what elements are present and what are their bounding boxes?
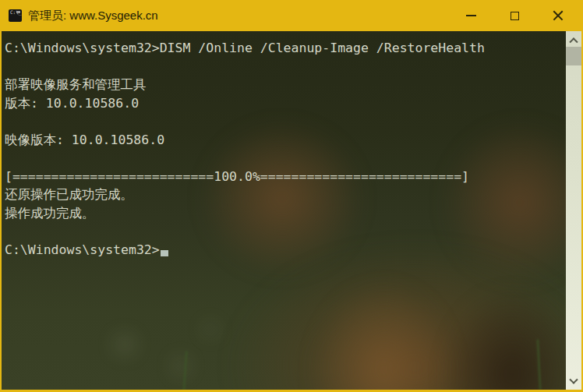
scrollbar-down-button[interactable] (566, 375, 581, 388)
console-line-restore-success: 还原操作已成功完成。 (5, 185, 563, 204)
window-title: 管理员: www.Sysgeek.cn (28, 9, 158, 23)
chevron-up-icon (569, 37, 578, 46)
console-line-image-version: 映像版本: 10.0.10586.0 (5, 131, 563, 150)
command-prompt-window: C:\_ 管理员: www.Sysgeek.cn (0, 0, 583, 392)
console-line-blank (5, 149, 563, 168)
close-button[interactable] (536, 0, 580, 31)
console-output[interactable]: C:\Windows\system32>DISM /Online /Cleanu… (5, 39, 563, 390)
console-prompt-text: C:\Windows\system32> (5, 241, 160, 260)
caption-buttons (449, 0, 580, 31)
title-bar[interactable]: C:\_ 管理员: www.Sysgeek.cn (0, 0, 583, 31)
console-line-blank (5, 222, 563, 241)
console-line-command: C:\Windows\system32>DISM /Online /Cleanu… (5, 39, 563, 58)
vertical-scrollbar[interactable] (566, 31, 581, 390)
console-line-tool-name: 部署映像服务和管理工具 (5, 76, 563, 94)
minimize-button[interactable] (449, 0, 493, 31)
console-prompt-line[interactable]: C:\Windows\system32> (5, 241, 563, 260)
maximize-icon (511, 12, 519, 20)
console-line-version: 版本: 10.0.10586.0 (5, 94, 563, 113)
console-line-blank (5, 58, 563, 76)
console-line-blank (5, 112, 563, 131)
console-line-op-success: 操作成功完成。 (5, 204, 563, 223)
cmd-icon-bar (16, 11, 20, 13)
console-line-progress-bar: [==========================100.0%=======… (5, 168, 563, 186)
scrollbar-thumb[interactable] (566, 47, 581, 65)
minimize-icon (466, 15, 476, 16)
cmd-icon[interactable]: C:\_ (9, 9, 22, 22)
console-client-area[interactable]: C:\Windows\system32>DISM /Online /Cleanu… (2, 31, 581, 390)
scrollbar-up-button[interactable] (566, 33, 581, 46)
close-icon (553, 10, 564, 21)
chevron-down-icon (569, 375, 578, 383)
maximize-button[interactable] (493, 0, 536, 31)
text-cursor (161, 250, 168, 256)
